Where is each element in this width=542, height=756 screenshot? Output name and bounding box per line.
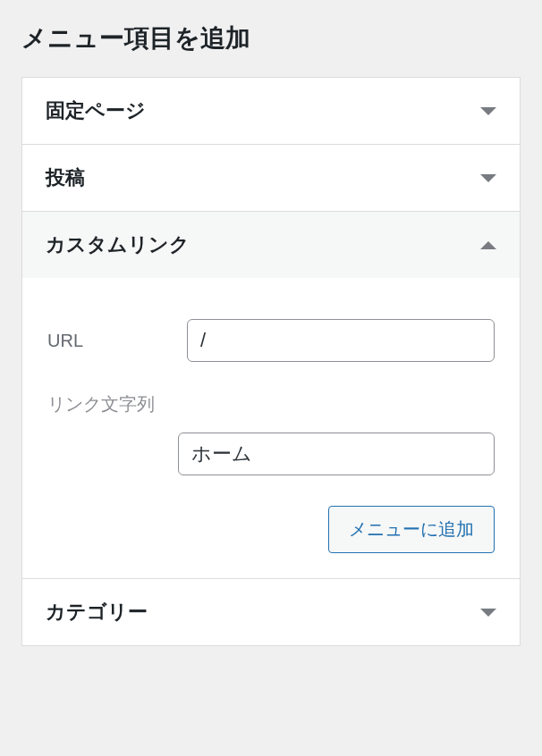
accordion-section-pages: 固定ページ xyxy=(22,78,520,145)
chevron-down-icon xyxy=(480,174,496,182)
page-title: メニュー項目を追加 xyxy=(21,21,521,55)
accordion-header-custom-link[interactable]: カスタムリンク xyxy=(22,212,520,278)
url-input[interactable] xyxy=(187,319,495,362)
accordion-header-pages[interactable]: 固定ページ xyxy=(22,78,520,144)
accordion-section-custom-link: カスタムリンク URL リンク文字列 メニューに追加 xyxy=(22,212,520,579)
accordion-title-pages: 固定ページ xyxy=(46,97,146,124)
accordion-section-categories: カテゴリー xyxy=(22,579,520,645)
accordion-header-categories[interactable]: カテゴリー xyxy=(22,579,520,645)
accordion-title-categories: カテゴリー xyxy=(46,599,148,626)
link-text-label: リンク文字列 xyxy=(47,392,495,416)
add-to-menu-button[interactable]: メニューに追加 xyxy=(328,506,495,553)
accordion-header-posts[interactable]: 投稿 xyxy=(22,145,520,211)
accordion-section-posts: 投稿 xyxy=(22,145,520,212)
link-text-input[interactable] xyxy=(178,433,495,475)
accordion-title-posts: 投稿 xyxy=(46,164,85,191)
custom-link-content: URL リンク文字列 メニューに追加 xyxy=(22,278,520,578)
url-label: URL xyxy=(47,331,178,351)
chevron-up-icon xyxy=(480,241,496,249)
url-row: URL xyxy=(47,319,495,362)
chevron-down-icon xyxy=(480,107,496,115)
chevron-down-icon xyxy=(480,609,496,617)
menu-items-accordion: 固定ページ 投稿 カスタムリンク URL リンク文字列 メニューに追加 xyxy=(21,77,521,646)
link-text-row: リンク文字列 xyxy=(47,392,495,475)
accordion-title-custom-link: カスタムリンク xyxy=(46,231,190,258)
button-row: メニューに追加 xyxy=(47,506,495,553)
